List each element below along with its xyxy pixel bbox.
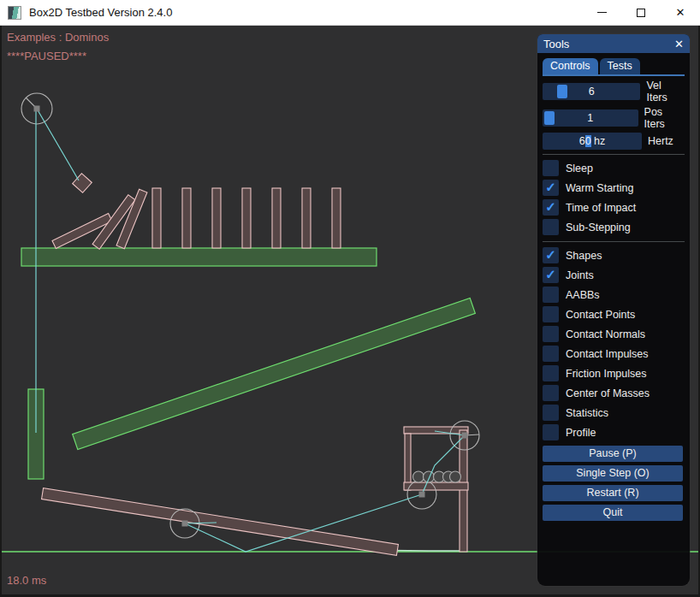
seesaw-plank xyxy=(42,488,399,556)
pos-iters-slider[interactable]: 1 xyxy=(543,109,638,127)
checkbox-row-statistics: Statistics xyxy=(543,403,685,423)
joints-checkbox[interactable]: ✓ xyxy=(543,267,559,283)
domino-platform xyxy=(21,248,377,266)
warm-starting-checkbox[interactable]: ✓ xyxy=(543,180,559,196)
close-button[interactable]: ✕ xyxy=(661,0,700,26)
vel-iters-label: Vel Iters xyxy=(646,80,685,103)
cradle-balls xyxy=(413,471,461,482)
tools-panel-titlebar[interactable]: Tools ✕ xyxy=(537,34,690,53)
tab-controls[interactable]: Controls xyxy=(543,58,598,74)
hertz-label: Hertz xyxy=(648,135,673,147)
checkbox-row-contact-normals: Contact Normals xyxy=(543,324,685,344)
hertz-value: 60 hz xyxy=(579,135,606,147)
cradle-right-post xyxy=(460,430,467,552)
window-controls: ✕ xyxy=(582,0,700,26)
hertz-row: 60 hz Hertz xyxy=(543,133,685,150)
checkbox-row-joints: ✓ Joints xyxy=(543,265,685,285)
single-step-button[interactable]: Single Step (O) xyxy=(543,465,683,482)
contact-points-checkbox[interactable] xyxy=(543,306,559,322)
checkbox-row-warm-starting: ✓ Warm Starting xyxy=(543,178,685,198)
slider-grab[interactable] xyxy=(557,85,567,98)
checkbox-row-aabbs: AABBs xyxy=(543,285,685,304)
domino-standing xyxy=(152,188,161,248)
time-of-impact-checkbox[interactable]: ✓ xyxy=(543,199,559,216)
profile-checkbox[interactable] xyxy=(543,424,559,440)
quit-button[interactable]: Quit xyxy=(543,505,683,521)
domino-standing xyxy=(302,188,311,248)
domino-standing xyxy=(272,188,281,248)
dynamic-bodies xyxy=(42,174,468,556)
hertz-input[interactable]: 60 hz xyxy=(543,133,642,150)
pos-iters-row: 1 Pos Iters xyxy=(543,106,685,130)
checkmark-icon: ✓ xyxy=(545,248,556,261)
checkbox-row-profile: Profile xyxy=(543,423,685,442)
checkbox-row-center-of-masses: Center of Masses xyxy=(543,383,685,403)
os-titlebar: Box2D Testbed Version 2.4.0 ✕ xyxy=(0,0,700,26)
domino-standing xyxy=(182,188,191,248)
tools-panel-body: Controls Tests 6 Vel Iters 1 Pos Iters 6… xyxy=(537,53,690,521)
ground-rope-slack xyxy=(389,551,465,552)
app-icon xyxy=(8,6,21,20)
frame-time-label: 18.0 ms xyxy=(7,574,46,587)
contact-impulses-checkbox[interactable] xyxy=(543,346,559,362)
domino-standing xyxy=(332,188,341,248)
cradle-shelf xyxy=(404,482,468,490)
slider-grab[interactable] xyxy=(544,111,555,125)
pendulum-bob-square xyxy=(73,174,92,193)
vel-iters-row: 6 Vel Iters xyxy=(543,80,685,103)
vel-iters-value: 6 xyxy=(589,86,595,98)
tab-bar: Controls Tests xyxy=(543,58,685,74)
domino-standing xyxy=(212,188,221,248)
example-label: Examples : Dominos xyxy=(7,31,109,44)
tab-tests[interactable]: Tests xyxy=(600,58,640,74)
checkbox-row-sub-stepping: Sub-Stepping xyxy=(543,217,685,237)
checkbox-row-sleep: Sleep xyxy=(543,158,685,178)
center-of-masses-checkbox[interactable] xyxy=(543,385,559,401)
aabbs-checkbox[interactable] xyxy=(543,287,559,303)
checkbox-row-contact-points: Contact Points xyxy=(543,304,685,324)
checkbox-row-shapes: ✓ Shapes xyxy=(543,245,685,265)
tools-panel: Tools ✕ Controls Tests 6 Vel Iters 1 Pos… xyxy=(537,34,690,586)
cradle-top-beam xyxy=(404,427,468,434)
vel-iters-slider[interactable]: 6 xyxy=(543,83,640,100)
hertz-cursor: 0 xyxy=(585,135,591,147)
window-border-left xyxy=(0,26,2,597)
friction-impulses-checkbox[interactable] xyxy=(543,365,559,381)
separator xyxy=(543,154,685,155)
domino-standing xyxy=(242,188,251,248)
action-buttons: Pause (P) Single Step (O) Restart (R) Qu… xyxy=(543,446,685,521)
separator xyxy=(543,241,685,242)
pause-button[interactable]: Pause (P) xyxy=(543,446,683,462)
cradle-left-post xyxy=(405,434,411,490)
tools-panel-close-button[interactable]: ✕ xyxy=(674,38,684,50)
maximize-button[interactable] xyxy=(621,0,661,26)
box2d-testbed-window: { "window": { "title": "Box2D Testbed Ve… xyxy=(0,0,700,597)
pendulum-bob-joint xyxy=(37,109,79,180)
tab-underline xyxy=(543,74,685,76)
contact-normals-checkbox[interactable] xyxy=(543,326,559,342)
statistics-checkbox[interactable] xyxy=(543,405,559,421)
sleep-checkbox[interactable] xyxy=(543,160,559,176)
pos-iters-value: 1 xyxy=(587,112,593,124)
window-title: Box2D Testbed Version 2.4.0 xyxy=(29,6,582,19)
paused-label: ****PAUSED**** xyxy=(7,50,86,62)
minimize-icon xyxy=(597,12,607,13)
checkbox-row-friction-impulses: Friction Impulses xyxy=(543,364,685,383)
sub-stepping-checkbox[interactable] xyxy=(543,219,559,235)
checkbox-row-contact-impulses: Contact Impulses xyxy=(543,344,685,364)
tools-panel-title: Tools xyxy=(543,38,674,50)
maximize-icon xyxy=(637,9,645,17)
pos-iters-label: Pos Iters xyxy=(644,106,685,130)
body-anchors xyxy=(34,106,468,527)
close-icon: ✕ xyxy=(676,7,685,18)
shapes-checkbox[interactable]: ✓ xyxy=(543,247,559,263)
checkmark-icon: ✓ xyxy=(545,180,556,193)
restart-button[interactable]: Restart (R) xyxy=(543,485,683,501)
minimize-button[interactable] xyxy=(582,0,621,26)
checkbox-row-time-of-impact: ✓ Time of Impact xyxy=(543,198,685,217)
checkmark-icon: ✓ xyxy=(545,268,556,281)
checkmark-icon: ✓ xyxy=(545,200,556,213)
